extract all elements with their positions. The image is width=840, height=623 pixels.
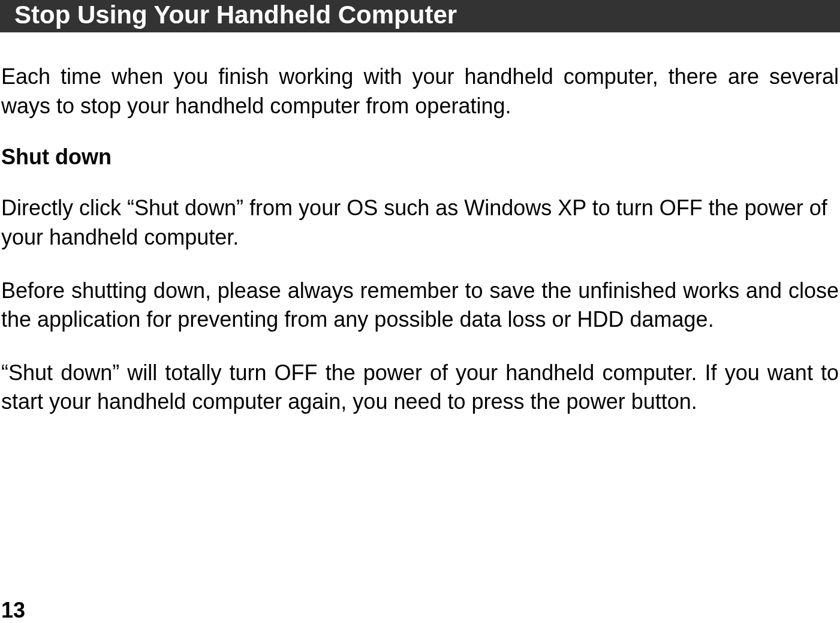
body-paragraph-2: Before shutting down, please always reme… xyxy=(0,276,840,335)
section-heading-shut-down: Shut down xyxy=(1,145,840,170)
body-paragraph-3: “Shut down” will totally turn OFF the po… xyxy=(0,359,840,417)
page-heading: Stop Using Your Handheld Computer xyxy=(0,0,840,32)
page-number: 13 xyxy=(1,598,25,623)
page-content: Each time when you finish working with y… xyxy=(0,32,840,417)
body-paragraph-1: Directly click “Shut down” from your OS … xyxy=(0,194,840,252)
intro-paragraph: Each time when you finish working with y… xyxy=(0,62,840,121)
